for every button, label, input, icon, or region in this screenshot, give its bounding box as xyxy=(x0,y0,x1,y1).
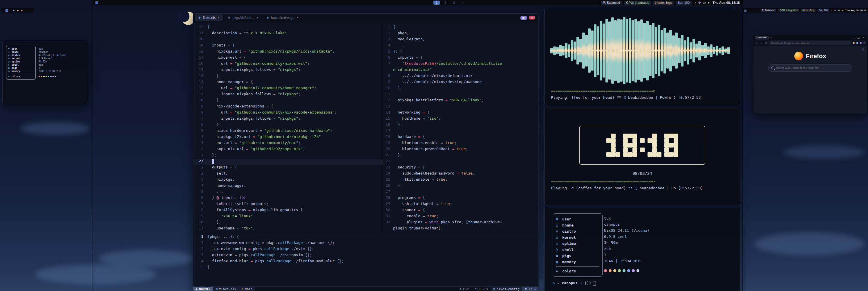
tab-close-icon[interactable]: × xyxy=(297,16,299,20)
status-ping[interactable]: Home: 6ms xyxy=(801,9,815,12)
cava-bar xyxy=(568,45,570,57)
app-menu-icon[interactable]: ▦ xyxy=(743,9,748,12)
url-bar[interactable] xyxy=(769,41,851,45)
line-number: 31 xyxy=(383,214,393,220)
pane-divider-horizontal[interactable] xyxy=(193,233,538,233)
new-tab-button[interactable]: + xyxy=(771,36,772,39)
tag-3[interactable]: 3 xyxy=(451,1,457,5)
uptime-icon: ◷ xyxy=(8,60,11,63)
code-text: inputs.nixpkgs.follows = "nixpkgs"; xyxy=(208,67,301,74)
firefox-window[interactable]: New Tab + — ▢ ✕ ← → ⟳ ≡ ⚙ Firefox xyxy=(753,35,867,114)
line-number: 11 xyxy=(193,92,208,98)
status-gpu[interactable]: GPU: Integrated xyxy=(624,1,651,5)
fetch-panel[interactable]: ☻user⌂hname❄distro⚙kernel◷uptime❯shell▣p… xyxy=(544,207,740,291)
extension-icon[interactable] xyxy=(857,42,858,44)
clock-widget[interactable]: Thu Aug 08, 18:18 xyxy=(845,9,866,12)
network-icon[interactable]: ⇄ xyxy=(838,9,840,11)
color-dot xyxy=(604,269,607,272)
tab-close-icon[interactable]: × xyxy=(256,16,258,20)
notifications-icon[interactable]: ● xyxy=(708,1,710,4)
status-gpu[interactable]: GPU: Integrated xyxy=(778,9,798,12)
tag-1[interactable]: 1 xyxy=(433,1,440,5)
pane-pkgs-default[interactable]: 1{pkgs, ...}: {1 tux-awesome-wm-config =… xyxy=(193,234,538,271)
cloud xyxy=(783,145,865,159)
search-input[interactable] xyxy=(775,66,849,70)
visualizer-panel[interactable]: ========================================… xyxy=(544,9,740,105)
cava-bar xyxy=(562,46,564,56)
line-number: 20 xyxy=(383,147,393,153)
network-icon[interactable]: ⇄ xyxy=(703,1,706,5)
buffer-picker-icon[interactable]: ◧ xyxy=(521,16,527,20)
code-text: }; xyxy=(208,122,221,128)
tray-icon-1[interactable]: ● xyxy=(13,9,15,12)
color-dot xyxy=(50,76,52,77)
tab-hosts/isoImag..[interactable]: ❄hosts/isoImag..× xyxy=(263,14,302,21)
extension-icon[interactable] xyxy=(853,42,855,44)
status-power-profile[interactable]: P: Balanced xyxy=(601,1,622,5)
tag-2[interactable]: 2 xyxy=(442,1,448,5)
shell-prompt[interactable]: ⌂ → canopus ~ ))) xyxy=(553,281,740,286)
editor-window[interactable]: ❄flake.nix×❄pkgs/default...×❄hosts/isoIm… xyxy=(193,13,539,291)
minimize-button[interactable]: — xyxy=(852,36,855,39)
back-icon[interactable]: ← xyxy=(755,41,758,45)
line-number xyxy=(383,67,393,74)
tab-pkgs/default...[interactable]: ❄pkgs/default...× xyxy=(224,14,262,21)
notifications-icon[interactable]: ● xyxy=(842,9,844,11)
gear-icon[interactable]: ⚙ xyxy=(862,48,865,51)
line-number: 1 xyxy=(193,240,208,246)
cava-bar xyxy=(649,25,652,76)
line-number: 21 xyxy=(193,31,208,37)
line-number: 4 xyxy=(193,135,208,141)
tab-close-icon[interactable]: × xyxy=(218,16,220,20)
app-menu-icon[interactable]: ▦ xyxy=(93,1,101,5)
kernel-icon: ⚙ xyxy=(556,235,562,240)
home-icon: ⌂ xyxy=(556,223,562,227)
fetch-value: 6.9.8-zen1 xyxy=(604,234,650,240)
tray-icon-3[interactable]: ● xyxy=(21,9,23,12)
status-ping[interactable]: Home: 8ms xyxy=(653,1,674,5)
clock-panel[interactable]: 08/08/24 ===============================… xyxy=(544,107,740,205)
pane-flake-nix[interactable]: 22{21 description = "tux's NixOS Flake";… xyxy=(193,25,383,232)
code-text: "x86_64-linux" xyxy=(208,214,253,220)
status-battery[interactable]: Bat: 100 xyxy=(817,9,829,12)
cava-bar xyxy=(574,41,576,60)
maximize-button[interactable]: ▢ xyxy=(858,36,860,39)
reload-icon[interactable]: ⟳ xyxy=(765,41,767,45)
code-line: 6 } @ inputs: let xyxy=(193,196,383,202)
code-line: 6 }; xyxy=(193,122,383,128)
bluetooth-icon[interactable]: ❖ xyxy=(834,9,836,11)
terminal-window[interactable]: ☻user⌂hname❄distro⚙kernel◷uptime❯shell▣p… xyxy=(2,41,88,104)
status-power-profile[interactable]: P: Balanced xyxy=(761,9,776,12)
tray-icon-2[interactable]: ● xyxy=(17,9,19,12)
volume-icon[interactable]: ♪ xyxy=(694,1,696,4)
hamburger-menu-icon[interactable]: ≡ xyxy=(863,41,865,45)
tab-flake.nix[interactable]: ❄flake.nix× xyxy=(195,14,223,21)
tab-label: flake.nix xyxy=(203,16,216,20)
cava-bar xyxy=(663,28,666,74)
close-icon[interactable]: × xyxy=(529,16,535,20)
browser-tab[interactable]: New Tab xyxy=(755,36,769,39)
cava-bar xyxy=(721,47,724,55)
volume-icon[interactable]: ♪ xyxy=(831,9,832,11)
line-number: 17 xyxy=(383,128,393,135)
status-battery[interactable]: Bat: 100 xyxy=(676,1,692,5)
firefox-logo-row: Firefox xyxy=(753,46,867,60)
search-bar[interactable] xyxy=(768,64,852,72)
bluetooth-icon[interactable]: ❖ xyxy=(698,1,701,5)
color-dot xyxy=(39,76,40,77)
close-button[interactable]: ✕ xyxy=(862,36,864,39)
line-number: 12 xyxy=(193,86,208,92)
cava-bar xyxy=(626,19,628,83)
tag-4[interactable]: 4 xyxy=(460,1,466,5)
clock-widget[interactable]: Thu Aug 08, 18:18 xyxy=(713,1,740,4)
fetch-row: ⚙kernel xyxy=(556,234,599,240)
pane-iso-config[interactable]: 1{2 pkgs,3 modulesPath,4 ...5}: {6 impor… xyxy=(383,25,538,232)
cava-bar xyxy=(571,40,573,61)
forward-icon[interactable]: → xyxy=(760,41,763,45)
line-number: 13 xyxy=(383,104,393,110)
app-menu-icon[interactable]: ▦ xyxy=(3,8,11,12)
code-text: ... xyxy=(393,43,404,49)
code-text: sops-nix.url = "github:Mic92/sops-nix"; xyxy=(208,147,305,153)
cava-bar xyxy=(655,27,657,74)
extension-icon[interactable] xyxy=(860,42,862,44)
